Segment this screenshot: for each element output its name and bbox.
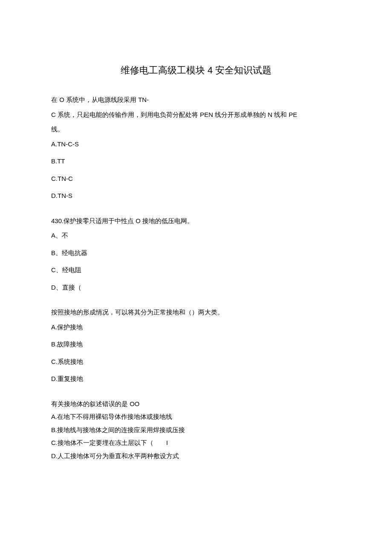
option-b: B.TT — [51, 155, 341, 168]
option-a: A.在地下不得用裸铝导体作接地体或接地线 — [51, 411, 341, 423]
question-2: 430.保护接零只适用于中性点 O 接地的低压电网。 A、不 B、经电抗器 C、… — [51, 215, 341, 294]
option-a: A.保护接地 — [51, 321, 341, 334]
question-text-line: 线。 — [51, 123, 341, 136]
option-b: B、经电抗器 — [51, 247, 341, 259]
option-d: D.重复接地 — [51, 373, 341, 385]
option-d: D、直接（ — [51, 282, 341, 294]
option-d: D.人工接地体可分为垂直和水平两种敷设方式 — [51, 450, 341, 462]
option-c: C、经电阻 — [51, 264, 341, 276]
option-b: B.接地线与接地体之间的连接应采用焊接或压接 — [51, 424, 341, 436]
option-c: C.接地体不一定要埋在冻土层以下（ I — [51, 437, 341, 449]
question-text: 按照接地的形成情况，可以将其分为正常接地和（）两大类。 — [51, 306, 341, 319]
option-d: D.TN-S — [51, 190, 341, 202]
question-text-line: 在 O 系统中，从电源线段采用 TN- — [51, 94, 341, 106]
question-1: 在 O 系统中，从电源线段采用 TN- C 系统，只起电能的传输作用，到用电负荷… — [51, 94, 341, 202]
option-a: A.TN-C-S — [51, 138, 341, 151]
page-title: 维修电工高级工模块 4 安全知识试题 — [51, 64, 341, 77]
question-3: 按照接地的形成情况，可以将其分为正常接地和（）两大类。 A.保护接地 B.故障接… — [51, 306, 341, 385]
question-text-line: C 系统，只起电能的传输作用，到用电负荷分配处将 PEN 线分开形成单独的 N … — [51, 109, 341, 121]
option-c: C.TN-C — [51, 173, 341, 185]
option-c: C.系统接地 — [51, 356, 341, 368]
question-4: 有关接地体的叙述错误的是 OO A.在地下不得用裸铝导体作接地体或接地线 B.接… — [51, 398, 341, 462]
option-b: B.故障接地 — [51, 338, 341, 351]
question-text: 有关接地体的叙述错误的是 OO — [51, 398, 341, 410]
document-page: 维修电工高级工模块 4 安全知识试题 在 O 系统中，从电源线段采用 TN- C… — [0, 0, 392, 517]
question-text: 430.保护接零只适用于中性点 O 接地的低压电网。 — [51, 215, 341, 227]
option-a: A、不 — [51, 230, 341, 242]
